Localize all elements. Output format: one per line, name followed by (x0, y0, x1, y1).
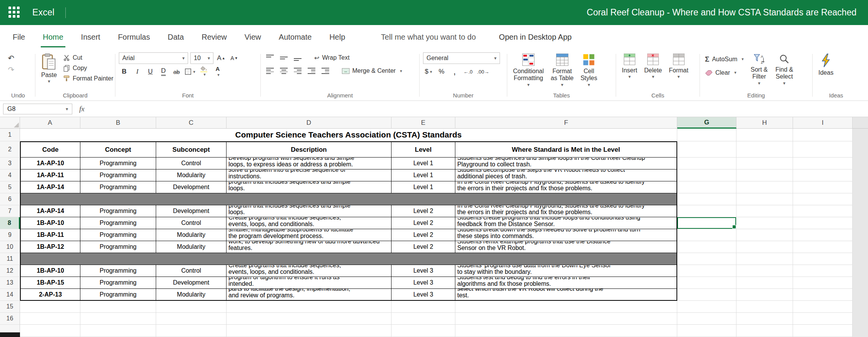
bold-button[interactable]: B (119, 66, 130, 77)
cell[interactable] (677, 241, 736, 253)
align-middle-button[interactable] (278, 52, 290, 63)
row-header-11[interactable]: 11 (0, 253, 20, 265)
tab-file[interactable]: File (4, 25, 34, 49)
column-header-B[interactable]: B (80, 117, 156, 129)
cell-D13[interactable]: program or algorithm to ensure it runs a… (227, 277, 392, 289)
underline-button[interactable]: U (145, 66, 156, 77)
column-header-G-selected[interactable]: G (677, 117, 736, 129)
cell-F8[interactable]: Students create programs that include lo… (455, 217, 677, 229)
cell-B12[interactable]: Programming (80, 265, 156, 277)
cell-F10[interactable]: Students remix example programs that use… (455, 241, 677, 253)
row-header-15[interactable]: 15 (0, 301, 20, 313)
cell[interactable] (392, 301, 455, 313)
align-left-button[interactable] (264, 65, 276, 76)
wrap-text-button[interactable]: Wrap Text (313, 53, 351, 63)
cell[interactable] (455, 325, 677, 337)
cell[interactable] (736, 325, 793, 337)
strikethrough-button[interactable]: ab (171, 66, 182, 77)
cell-D12[interactable]: Create programs that include sequences,e… (227, 265, 392, 277)
cell-B4[interactable]: Programming (80, 169, 156, 181)
cell-D8[interactable]: Create programs that include sequences,e… (227, 217, 392, 229)
cell[interactable] (793, 265, 853, 277)
row-header-7[interactable]: 7 (0, 205, 20, 217)
cell-E4[interactable]: Level 1 (392, 169, 455, 181)
cell-C8[interactable]: Control (156, 217, 227, 229)
undo-button[interactable]: ↶ (5, 52, 18, 64)
decrease-decimal-button[interactable]: .00→ (476, 66, 490, 77)
cell-E10[interactable]: Level 2 (392, 241, 455, 253)
comma-format-button[interactable]: , (449, 66, 460, 77)
ideas-button[interactable]: Ideas (816, 52, 836, 77)
cell[interactable] (793, 205, 853, 217)
cell[interactable] (677, 265, 736, 277)
cell-E13[interactable]: Level 3 (392, 277, 455, 289)
cell-A8[interactable]: 1B-AP-10 (20, 217, 80, 229)
row-header-2[interactable]: 2 (0, 141, 20, 158)
cell-B10[interactable]: Programming (80, 241, 156, 253)
cell[interactable] (156, 313, 227, 325)
cell-D2[interactable]: Description (227, 141, 392, 158)
cell[interactable] (677, 205, 736, 217)
cell[interactable] (677, 193, 736, 205)
cell[interactable] (793, 181, 853, 193)
cell[interactable] (677, 313, 736, 325)
row-header-14[interactable]: 14 (0, 289, 20, 301)
cell[interactable] (736, 301, 793, 313)
row-header-6[interactable]: 6 (0, 193, 20, 205)
cell-C2[interactable]: Subconcept (156, 141, 227, 158)
cell-C7[interactable]: Development (156, 205, 227, 217)
open-in-desktop-button[interactable]: Open in Desktop App (499, 33, 571, 42)
tab-view[interactable]: View (236, 25, 270, 49)
align-center-button[interactable] (278, 65, 290, 76)
cell-F14[interactable]: select which trash the VR Robot will col… (455, 289, 677, 301)
cell[interactable] (736, 313, 793, 325)
cell[interactable] (20, 301, 80, 313)
cell-A13[interactable]: 1B-AP-15 (20, 277, 80, 289)
cell[interactable] (80, 301, 156, 313)
cell[interactable] (227, 301, 392, 313)
row-header-10[interactable]: 10 (0, 241, 20, 253)
row-header-16[interactable]: 16 (0, 313, 20, 325)
decrease-font-size-button[interactable]: A▼ (229, 53, 240, 64)
cell-C13[interactable]: Development (156, 277, 227, 289)
cell[interactable] (736, 253, 793, 265)
cell[interactable] (736, 193, 793, 205)
cell[interactable] (677, 181, 736, 193)
cell[interactable] (793, 253, 853, 265)
cell-D3[interactable]: Develop programs with sequences and simp… (227, 158, 392, 169)
conditional-formatting-button[interactable]: Conditional Formatting (511, 52, 546, 88)
cell[interactable] (392, 325, 455, 337)
cell-A5[interactable]: 1A-AP-14 (20, 181, 80, 193)
row-header-9[interactable]: 9 (0, 229, 20, 241)
cell[interactable] (793, 129, 853, 141)
increase-decimal-button[interactable]: ←.0 (462, 66, 474, 77)
column-header-C[interactable]: C (156, 117, 227, 129)
cell[interactable] (20, 325, 80, 337)
separator-band[interactable] (20, 253, 677, 265)
cell-B3[interactable]: Programming (80, 158, 156, 169)
cell[interactable] (736, 289, 793, 301)
cell[interactable] (227, 313, 392, 325)
cell[interactable] (455, 301, 677, 313)
copy-button[interactable]: Copy (62, 63, 115, 73)
font-size-select[interactable]: 10 (190, 52, 213, 64)
cell[interactable] (736, 169, 793, 181)
cell[interactable] (736, 217, 793, 229)
cell-D9[interactable]: smaller, manageable subproblems to facil… (227, 229, 392, 241)
cell[interactable] (793, 229, 853, 241)
cell[interactable] (156, 325, 227, 337)
cell[interactable] (793, 169, 853, 181)
cell[interactable] (677, 301, 736, 313)
cell[interactable] (793, 241, 853, 253)
cell-E12[interactable]: Level 3 (392, 265, 455, 277)
cell[interactable] (677, 158, 736, 169)
cell-B8[interactable]: Programming (80, 217, 156, 229)
increase-indent-button[interactable] (320, 65, 331, 76)
clear-button[interactable]: Clear (703, 67, 745, 78)
font-color-button[interactable]: A (212, 66, 223, 77)
app-launcher-icon[interactable] (8, 7, 21, 19)
italic-button[interactable]: I (132, 66, 143, 77)
cell-A14[interactable]: 2-AP-13 (20, 289, 80, 301)
percent-format-button[interactable]: % (436, 66, 447, 77)
fill-color-button[interactable] (198, 66, 210, 77)
